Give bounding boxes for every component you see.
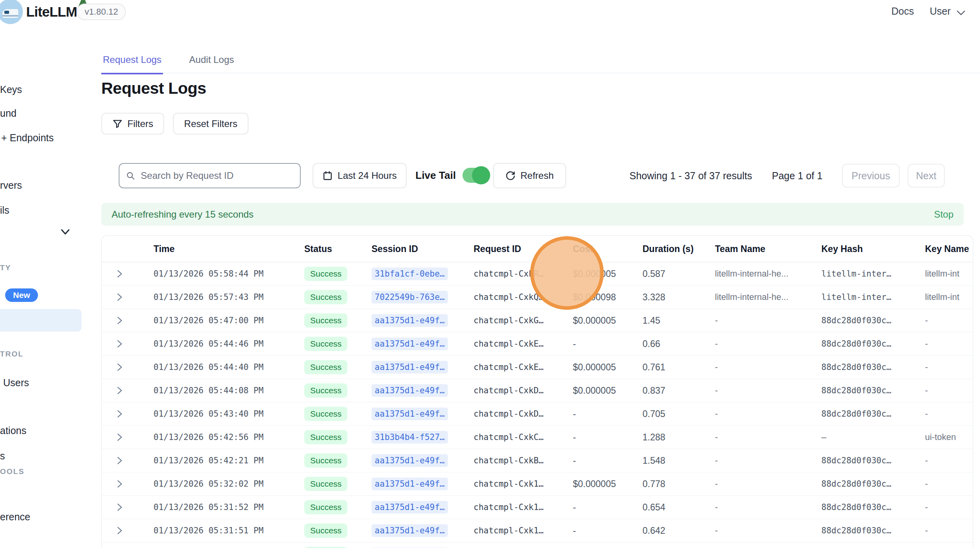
stop-auto-refresh-link[interactable]: Stop: [934, 209, 953, 220]
session-id-link[interactable]: aa1375d1-e49f…: [372, 524, 448, 537]
cell-cost: -: [573, 455, 576, 466]
filters-toolbar: Filters Reset Filters: [101, 113, 248, 135]
expand-row-icon[interactable]: [102, 525, 149, 536]
cell-session: aa1375d1-e49f…: [367, 314, 469, 327]
sidebar-item-internal-users[interactable]: Users: [3, 377, 29, 389]
cell-key-name: -: [925, 385, 928, 395]
cell-session: aa1375d1-e49f…: [367, 524, 469, 537]
sidebar-section-observability: TY: [0, 264, 11, 272]
sidebar-section-access-control: TROL: [0, 350, 24, 358]
expand-row-icon[interactable]: [102, 362, 149, 372]
status-badge: Success: [304, 383, 347, 398]
next-button[interactable]: Next: [908, 164, 945, 188]
page-indicator: Page 1 of 1: [772, 170, 823, 182]
expand-row-icon[interactable]: [102, 269, 149, 279]
cell-duration: 0.837: [643, 385, 665, 396]
chevron-down-icon[interactable]: [955, 9, 967, 17]
cell-time: 01/13/2026 05:44:08 PM: [154, 386, 263, 395]
session-id-link[interactable]: aa1375d1-e49f…: [372, 314, 448, 327]
cell-status: Success: [299, 523, 367, 538]
status-badge: Success: [304, 337, 347, 351]
app-logo: [0, 0, 23, 24]
session-id-link[interactable]: aa1375d1-e49f…: [372, 408, 448, 420]
cell-request: chatcmpl-CxkE…: [474, 362, 544, 372]
sidebar-item-api-reference[interactable]: erence: [0, 511, 30, 523]
sidebar-item-endpoints[interactable]: + Endpoints: [1, 132, 54, 144]
session-id-link[interactable]: 31b3b4b4-f527…: [372, 431, 448, 444]
cell-duration: 1.45: [643, 315, 660, 326]
previous-button[interactable]: Previous: [842, 164, 900, 188]
session-id-link[interactable]: aa1375d1-e49f…: [372, 361, 448, 374]
cell-key-name: litellm-int: [925, 292, 959, 302]
cell-session: 7022549b-763e…: [367, 291, 469, 303]
tab-request-logs[interactable]: Request Logs: [101, 50, 163, 74]
reset-filters-button[interactable]: Reset Filters: [173, 113, 248, 135]
expand-row-icon[interactable]: [102, 339, 149, 349]
cell-key-hash: 88dc28d0f030c…: [821, 456, 891, 465]
cell-request: chatcmpl-Cxk1…: [474, 479, 544, 489]
cell-duration: 0.654: [643, 502, 665, 512]
sidebar-item-servers[interactable]: rvers: [0, 180, 22, 191]
sidebar-item-teams[interactable]: s: [0, 450, 5, 462]
cell-request: chatcmpl-CxkQ…: [474, 292, 544, 302]
sidebar-item-playground[interactable]: und: [0, 108, 17, 119]
filters-button[interactable]: Filters: [101, 113, 164, 135]
sidebar-item-virtual-keys[interactable]: Keys: [0, 84, 22, 95]
cell-duration: 0.761: [643, 362, 665, 372]
cell-team: -: [715, 385, 718, 395]
refresh-button[interactable]: Refresh: [493, 163, 566, 188]
sidebar-item-organizations[interactable]: ations: [0, 425, 27, 436]
search-input[interactable]: [140, 170, 294, 182]
cell-time: 01/13/2026 05:42:56 PM: [154, 432, 263, 442]
expand-row-icon[interactable]: [102, 479, 149, 489]
refresh-label: Refresh: [520, 170, 554, 181]
session-id-link[interactable]: aa1375d1-e49f…: [372, 501, 448, 514]
live-tail-toggle[interactable]: [463, 168, 488, 183]
expand-row-icon[interactable]: [102, 385, 149, 396]
tab-audit-logs[interactable]: Audit Logs: [188, 50, 235, 73]
cell-team: -: [715, 455, 718, 465]
cell-key-hash: 88dc28d0f030c…: [821, 386, 891, 395]
cell-session: aa1375d1-e49f…: [367, 478, 469, 490]
cell-cost: $0.000005: [573, 479, 616, 489]
cell-team: litellm-internal-he...: [715, 269, 789, 279]
cell-key-hash: 88dc28d0f030c…: [821, 362, 891, 372]
expand-row-icon[interactable]: [102, 455, 149, 466]
cell-key-hash: litellm-inter…: [821, 269, 891, 279]
docs-link[interactable]: Docs: [891, 6, 914, 17]
column-header-duration: Duration (s): [638, 244, 710, 254]
session-id-link[interactable]: aa1375d1-e49f…: [372, 384, 448, 397]
sidebar-item-logs-selected[interactable]: [0, 309, 82, 332]
cell-team: -: [715, 409, 718, 419]
session-id-link[interactable]: aa1375d1-e49f…: [372, 454, 448, 467]
cell-time: 01/13/2026 05:57:43 PM: [154, 292, 263, 302]
expand-row-icon[interactable]: [102, 292, 149, 302]
cell-key-name: -: [925, 362, 928, 372]
session-id-link[interactable]: 31bfa1cf-0ebe…: [372, 267, 448, 280]
user-menu[interactable]: User: [930, 6, 951, 17]
expand-row-icon[interactable]: [102, 315, 149, 326]
user-menu-label: User: [930, 6, 951, 17]
session-id-link[interactable]: aa1375d1-e49f…: [372, 338, 448, 350]
session-id-link[interactable]: 7022549b-763e…: [372, 291, 448, 303]
cell-request: chatcmpl-Cxk1…: [474, 526, 544, 535]
sidebar-collapse-chevron-icon[interactable]: [59, 228, 71, 237]
cell-cost: -: [573, 502, 576, 512]
cell-key-name: -: [925, 479, 928, 489]
time-range-button[interactable]: Last 24 Hours: [313, 163, 407, 188]
session-id-link[interactable]: aa1375d1-e49f…: [372, 478, 448, 490]
search-request-id-box: [119, 163, 301, 188]
column-header-key_name: Key Name: [920, 244, 973, 254]
table-row: 01/13/2026 05:44:40 PMSuccessaa1375d1-e4…: [102, 355, 973, 379]
sidebar-item-guardrails[interactable]: ils: [0, 205, 9, 216]
column-header-status: Status: [299, 244, 367, 254]
expand-row-icon[interactable]: [102, 502, 149, 512]
cell-team: -: [715, 315, 718, 325]
column-header-time: Time: [149, 244, 299, 254]
expand-row-icon[interactable]: [102, 409, 149, 419]
cell-request: chatcmpl-CxkG…: [474, 316, 544, 325]
status-badge: Success: [304, 477, 347, 491]
cell-time: 01/13/2026 05:32:02 PM: [154, 479, 263, 489]
table-body: 01/13/2026 05:58:44 PMSuccess31bfa1cf-0e…: [102, 262, 973, 548]
expand-row-icon[interactable]: [102, 432, 149, 442]
